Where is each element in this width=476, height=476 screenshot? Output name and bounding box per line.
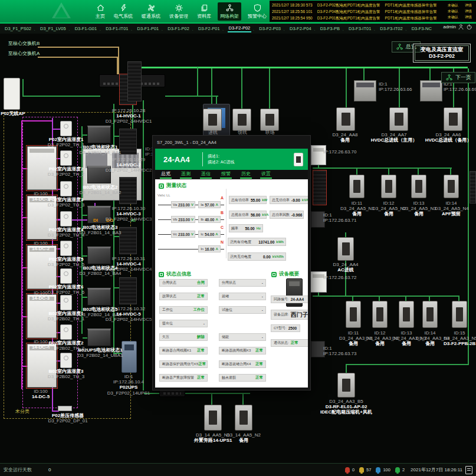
tab-遥信[interactable]: 遥信	[200, 170, 212, 179]
gateway-63-70[interactable]	[311, 145, 326, 165]
sensor-th-1[interactable]	[60, 121, 72, 136]
sensor-th-3[interactable]	[60, 181, 72, 196]
alarm-bell-icon[interactable]	[376, 467, 380, 472]
sensor-b02-th-1[interactable]	[60, 295, 72, 310]
breaker-feeder-2[interactable]	[232, 109, 251, 131]
nav-item-network[interactable]: 网络构架	[218, 2, 241, 21]
sensor-th-4[interactable]	[60, 211, 72, 226]
gateway-63-69[interactable]	[420, 80, 442, 101]
sensor-th-2[interactable]	[60, 150, 72, 166]
wireless-ap[interactable]	[4, 78, 20, 110]
gateway-63-73[interactable]	[311, 341, 325, 357]
room-tab-D3-F3-NC[interactable]: D3-F3-NC	[411, 25, 433, 32]
breaker-aa5-n3[interactable]	[411, 175, 426, 198]
rack-14-hvdc-5[interactable]	[119, 277, 137, 304]
gateway-63-71[interactable]	[311, 211, 325, 228]
battery-status-4[interactable]	[87, 247, 111, 264]
alarm-detail[interactable]: 详情	[463, 8, 474, 14]
battery-status-5[interactable]	[87, 288, 111, 306]
breaker-aa3-n2[interactable]	[372, 301, 388, 328]
ups-p02ups[interactable]	[122, 341, 137, 373]
breaker-14-aa5-n1[interactable]	[204, 405, 222, 431]
breaker-14-aa5-n2[interactable]	[235, 405, 252, 431]
tab-总览[interactable]: 总览	[160, 170, 172, 179]
room-tab-D3-F2-P02[interactable]: D3-F2-P02	[228, 25, 252, 32]
battery-status-1[interactable]	[87, 126, 111, 143]
cabinet-14-dc-3[interactable]	[27, 245, 57, 289]
tab-历史[interactable]: 历史	[240, 170, 252, 179]
rack-right[interactable]	[313, 170, 327, 205]
breaker-aa3-n4[interactable]	[422, 301, 438, 328]
rack-14-hvdc-4[interactable]	[119, 227, 137, 254]
breaker-aa4[interactable]	[337, 237, 354, 261]
nav-item-home[interactable]: 主页	[93, 2, 107, 21]
room-tab-D3-F1-P01[interactable]: D3-F1-P01	[136, 25, 160, 32]
battery-status-2[interactable]	[87, 166, 111, 183]
alarm-bell-icon[interactable]	[395, 467, 400, 472]
breaker-aa3-n5[interactable]	[452, 301, 467, 328]
room-tab-D3-F2-P04[interactable]: D3-F2-P04	[288, 25, 313, 32]
nav-item-bolt[interactable]: 电气系统	[111, 2, 135, 21]
alarm-bell-icon[interactable]	[345, 467, 350, 472]
alarm-detail-column[interactable]: 详情详情详情	[463, 2, 474, 20]
room-tab-D3-F3-IT01[interactable]: D3-F3-IT01	[347, 25, 372, 32]
alarm-status[interactable]: 未确认	[445, 8, 461, 14]
breaker-aa6[interactable]	[444, 107, 462, 131]
nav-item-shield[interactable]: 预警中心	[245, 2, 269, 21]
sensor-b02-th-3[interactable]	[60, 353, 72, 368]
room-tab-D3-F1-IT01[interactable]: D3-F1-IT01	[104, 25, 129, 32]
room-tab-D3_F1_PS02[interactable]: D3_F1_PS02	[4, 25, 32, 32]
alarm-status[interactable]: 未确认	[445, 14, 461, 20]
room-tab-D3-F2-P01[interactable]: D3-F2-P01	[197, 25, 221, 32]
alarm-detail[interactable]: 详情	[463, 14, 474, 20]
battery-status-ups[interactable]	[87, 329, 111, 346]
alarm-detail[interactable]: 详情	[463, 2, 474, 8]
gateway-63-66[interactable]	[354, 80, 376, 101]
room-tab-D3-F3-PB[interactable]: D3-F3-PB	[319, 25, 341, 32]
power-icon[interactable]	[466, 24, 472, 30]
dialog-title[interactable]: S7_200_3WL_1 - D3_24_AA4	[153, 136, 310, 149]
breaker-aa5-n1[interactable]	[349, 175, 365, 198]
breaker-aa5-n2[interactable]	[381, 175, 396, 198]
room-tab-D3-F2-P03[interactable]: D3-F2-P03	[258, 25, 282, 32]
room-tab-D3-F3-IT02[interactable]: D3-F3-IT02	[379, 25, 403, 32]
nav-item-fan[interactable]: 暖通系统	[139, 2, 163, 21]
mid-rack[interactable]	[127, 61, 142, 101]
breaker-aa5-n4[interactable]	[444, 175, 459, 198]
room-tab-D3_F1_LV05[interactable]: D3_F1_LV05	[39, 25, 67, 32]
log-icon[interactable]	[465, 466, 472, 474]
breaker-aa3-b5[interactable]	[337, 373, 355, 398]
alarm-row[interactable]: 2021/12/7 18:25:54 950D3-F2-P01配电柜PDT1柜内…	[272, 15, 475, 21]
cabinet-14-dc-1[interactable]	[27, 146, 57, 190]
nav-item-gear[interactable]: 设备管理	[167, 2, 191, 21]
tab-设置[interactable]: 设置	[260, 170, 272, 179]
sensor-th-6[interactable]	[60, 268, 72, 284]
room-tab-D3-F1-G01[interactable]: D3-F1-G01	[74, 25, 99, 32]
alarm-row[interactable]: 2021/12/7 18:25:56 101D3-F2-P04配电柜PDT1柜内…	[272, 8, 475, 15]
tab-遥测[interactable]: 遥测	[180, 170, 192, 179]
alarm-row[interactable]: 2021/12/7 18:26:30 573D3-F2-P02配电柜PDT1柜内…	[272, 2, 475, 8]
cabinet-14-dc-5[interactable]	[27, 344, 57, 388]
rack-14-hvdc-2[interactable]	[119, 129, 137, 155]
breaker-aa8[interactable]	[336, 107, 355, 131]
sensor-b02-th-2[interactable]	[60, 324, 72, 340]
breaker-aa7[interactable]	[389, 107, 408, 131]
battery-status-3[interactable]	[87, 206, 111, 224]
nav-item-docs[interactable]: 资料库	[195, 2, 214, 21]
breaker-aa3-n3[interactable]	[399, 301, 414, 328]
sensor-dp[interactable]	[58, 406, 72, 411]
breaker-aa3-n1[interactable]	[346, 301, 361, 328]
alarm-bell-icon[interactable]	[359, 467, 364, 472]
alarm-status-column[interactable]: 未确认未确认未确认	[445, 2, 461, 20]
next-page-button[interactable]: 下一页	[441, 72, 475, 83]
edge-rack[interactable]	[470, 171, 476, 203]
alarm-status[interactable]: 未确认	[445, 2, 461, 8]
room-tab-D3-F1-P02[interactable]: D3-F1-P02	[166, 25, 191, 32]
tab-报警[interactable]: 报警	[220, 170, 232, 179]
breaker-feeder-3[interactable]	[260, 109, 279, 131]
cabinet-14-dc-2[interactable]	[27, 196, 57, 239]
breaker-feeder-1[interactable]	[203, 109, 222, 131]
gateway-63-72[interactable]	[310, 271, 327, 293]
rack-14-hvdc-3[interactable]	[119, 177, 137, 204]
sensor-th-5[interactable]	[60, 241, 72, 256]
